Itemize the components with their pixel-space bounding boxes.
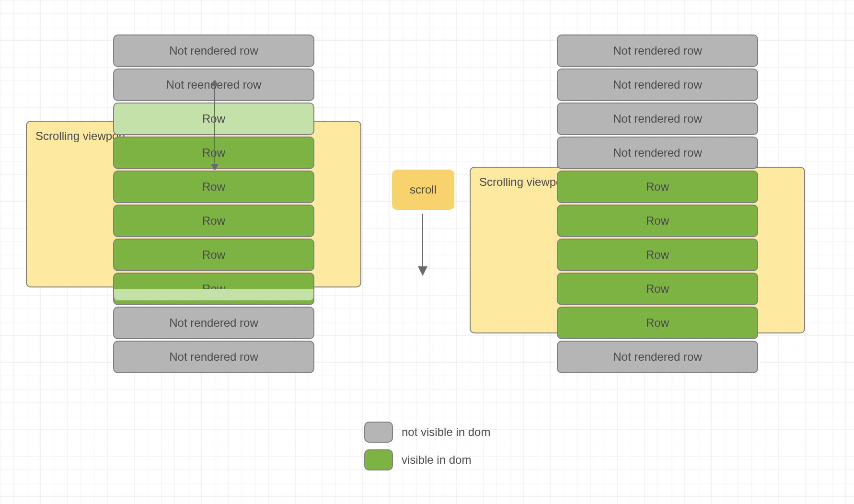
left-offset-arrow-icon bbox=[210, 80, 219, 170]
left-row-label: Row bbox=[202, 248, 225, 262]
right-row-3: Not rendered row bbox=[557, 137, 758, 169]
right-row-label: Not rendered row bbox=[613, 78, 702, 92]
legend-item-visible: visible in dom bbox=[364, 449, 490, 470]
left-row-9: Not rendered row bbox=[113, 341, 314, 373]
right-row-label: Row bbox=[646, 248, 669, 262]
left-row-label: Not rendered row bbox=[169, 44, 258, 57]
legend-item-not-visible: not visible in dom bbox=[364, 422, 490, 443]
right-row-8: Row bbox=[557, 307, 758, 339]
right-row-6: Row bbox=[557, 239, 758, 271]
right-row-9: Not rendered row bbox=[557, 341, 758, 373]
left-row-4: Row bbox=[113, 171, 314, 203]
legend: not visible in dom visible in dom bbox=[364, 422, 490, 470]
right-row-2: Not rendered row bbox=[557, 103, 758, 135]
right-row-label: Row bbox=[646, 214, 669, 228]
legend-swatch-green bbox=[364, 449, 393, 470]
right-row-label: Not rendered row bbox=[613, 44, 702, 57]
left-partial-visible-strip bbox=[114, 289, 313, 300]
left-row-0: Not rendered row bbox=[113, 34, 314, 67]
left-row-5: Row bbox=[113, 205, 314, 237]
scroll-action-box: scroll bbox=[392, 170, 454, 210]
right-row-label: Row bbox=[646, 282, 669, 296]
left-row-label: Row bbox=[202, 214, 225, 228]
right-rows-stack: Not rendered rowNot rendered rowNot rend… bbox=[557, 34, 758, 373]
right-row-label: Not rendered row bbox=[613, 112, 702, 126]
right-viewport-label: Scrolling viewport bbox=[479, 175, 569, 188]
diagram-canvas: Scrolling viewport Not rendered rowNot r… bbox=[0, 0, 854, 504]
right-row-label: Not rendered row bbox=[613, 350, 702, 364]
right-row-label: Not rendered row bbox=[613, 146, 702, 160]
right-row-4: Row bbox=[557, 171, 758, 203]
left-row-6: Row bbox=[113, 239, 314, 271]
scroll-down-arrow-icon bbox=[418, 214, 427, 276]
left-viewport-label: Scrolling viewport bbox=[35, 129, 126, 142]
left-row-8: Not rendered row bbox=[113, 307, 314, 339]
legend-label-not-visible: not visible in dom bbox=[402, 425, 490, 439]
right-row-7: Row bbox=[557, 273, 758, 305]
left-row-label: Row bbox=[202, 180, 225, 194]
right-row-label: Row bbox=[646, 180, 669, 194]
legend-label-visible: visible in dom bbox=[402, 453, 471, 467]
left-row-label: Not rendered row bbox=[169, 350, 258, 364]
right-row-0: Not rendered row bbox=[557, 34, 758, 67]
right-row-1: Not rendered row bbox=[557, 69, 758, 101]
legend-swatch-grey bbox=[364, 422, 393, 443]
left-row-label: Not rendered row bbox=[169, 316, 258, 330]
right-row-label: Row bbox=[646, 316, 669, 330]
scroll-action-label: scroll bbox=[410, 183, 437, 196]
right-row-5: Row bbox=[557, 205, 758, 237]
